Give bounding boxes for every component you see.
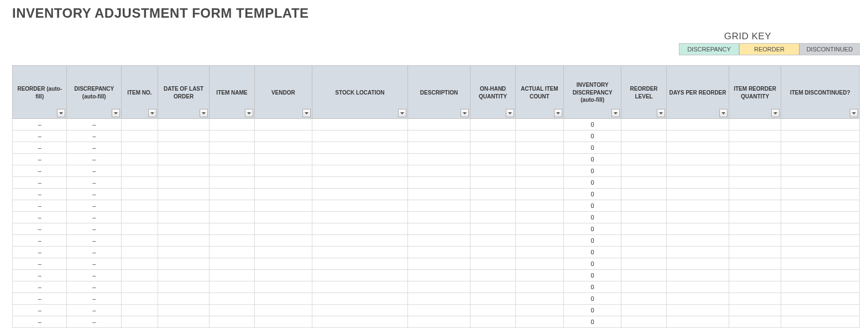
cell-discontinued[interactable] (781, 165, 859, 177)
cell-item_name[interactable] (210, 177, 254, 189)
cell-item_name[interactable] (210, 305, 254, 316)
cell-reorder_level[interactable] (621, 154, 666, 165)
cell-stock_location[interactable] (312, 270, 408, 281)
cell-days_per_reorder[interactable] (666, 189, 729, 200)
cell-days_per_reorder[interactable] (666, 316, 729, 328)
cell-days_per_reorder[interactable] (666, 223, 729, 235)
cell-days_per_reorder[interactable] (666, 200, 729, 212)
cell-vendor[interactable] (254, 270, 312, 281)
cell-vendor[interactable] (254, 142, 312, 154)
cell-description[interactable] (407, 316, 470, 328)
cell-reorder_qty[interactable] (729, 316, 781, 328)
cell-discontinued[interactable] (781, 154, 859, 165)
cell-discontinued[interactable] (781, 212, 859, 223)
cell-discrepancy[interactable]: – (67, 305, 121, 316)
cell-item_name[interactable] (210, 293, 254, 305)
cell-date_last_order[interactable] (158, 212, 209, 223)
cell-on_hand[interactable] (470, 281, 515, 293)
cell-stock_location[interactable] (312, 235, 408, 247)
cell-reorder_level[interactable] (621, 247, 666, 258)
cell-stock_location[interactable] (312, 165, 408, 177)
filter-dropdown-button[interactable] (148, 109, 156, 117)
cell-actual_count[interactable] (515, 177, 563, 189)
cell-discontinued[interactable] (781, 177, 859, 189)
cell-reorder[interactable]: – (13, 258, 67, 270)
filter-dropdown-button[interactable] (302, 109, 311, 117)
cell-discrepancy[interactable]: – (67, 130, 121, 142)
cell-inv_discrepancy[interactable]: 0 (563, 200, 621, 212)
cell-stock_location[interactable] (312, 142, 408, 154)
cell-actual_count[interactable] (515, 258, 563, 270)
cell-item_name[interactable] (210, 270, 254, 281)
cell-discrepancy[interactable]: – (67, 119, 121, 130)
cell-date_last_order[interactable] (158, 316, 209, 328)
filter-dropdown-button[interactable] (850, 109, 858, 117)
cell-inv_discrepancy[interactable]: 0 (563, 189, 621, 200)
cell-date_last_order[interactable] (158, 154, 209, 165)
cell-discontinued[interactable] (781, 235, 859, 247)
cell-stock_location[interactable] (312, 316, 408, 328)
cell-reorder[interactable]: – (13, 177, 67, 189)
cell-discontinued[interactable] (781, 293, 859, 305)
cell-days_per_reorder[interactable] (666, 247, 729, 258)
cell-description[interactable] (407, 189, 470, 200)
cell-inv_discrepancy[interactable]: 0 (563, 165, 621, 177)
cell-item_no[interactable] (121, 130, 158, 142)
cell-on_hand[interactable] (470, 200, 515, 212)
cell-days_per_reorder[interactable] (666, 154, 729, 165)
cell-actual_count[interactable] (515, 142, 563, 154)
cell-vendor[interactable] (254, 316, 312, 328)
cell-reorder_qty[interactable] (729, 130, 781, 142)
cell-reorder_level[interactable] (621, 177, 666, 189)
cell-date_last_order[interactable] (158, 293, 209, 305)
filter-dropdown-button[interactable] (771, 109, 780, 117)
cell-actual_count[interactable] (515, 154, 563, 165)
cell-discrepancy[interactable]: – (67, 154, 121, 165)
cell-reorder[interactable]: – (13, 130, 67, 142)
cell-reorder_level[interactable] (621, 235, 666, 247)
cell-reorder_qty[interactable] (729, 235, 781, 247)
cell-inv_discrepancy[interactable]: 0 (563, 130, 621, 142)
cell-discrepancy[interactable]: – (67, 281, 121, 293)
cell-vendor[interactable] (254, 235, 312, 247)
cell-description[interactable] (407, 177, 470, 189)
cell-item_name[interactable] (210, 235, 254, 247)
cell-actual_count[interactable] (515, 235, 563, 247)
cell-on_hand[interactable] (470, 177, 515, 189)
cell-days_per_reorder[interactable] (666, 130, 729, 142)
cell-item_name[interactable] (210, 247, 254, 258)
cell-reorder_level[interactable] (621, 200, 666, 212)
cell-discontinued[interactable] (781, 200, 859, 212)
cell-discontinued[interactable] (781, 270, 859, 281)
cell-on_hand[interactable] (470, 305, 515, 316)
cell-actual_count[interactable] (515, 293, 563, 305)
cell-item_no[interactable] (121, 165, 158, 177)
cell-vendor[interactable] (254, 281, 312, 293)
cell-item_no[interactable] (121, 200, 158, 212)
filter-dropdown-button[interactable] (506, 109, 514, 117)
cell-discontinued[interactable] (781, 316, 859, 328)
cell-date_last_order[interactable] (158, 165, 209, 177)
cell-on_hand[interactable] (470, 142, 515, 154)
cell-inv_discrepancy[interactable]: 0 (563, 305, 621, 316)
cell-item_name[interactable] (210, 200, 254, 212)
cell-reorder[interactable]: – (13, 270, 67, 281)
cell-stock_location[interactable] (312, 247, 408, 258)
cell-reorder_qty[interactable] (729, 154, 781, 165)
cell-description[interactable] (407, 119, 470, 130)
cell-reorder_level[interactable] (621, 223, 666, 235)
cell-description[interactable] (407, 200, 470, 212)
cell-vendor[interactable] (254, 189, 312, 200)
cell-discontinued[interactable] (781, 305, 859, 316)
cell-reorder[interactable]: – (13, 119, 67, 130)
cell-discrepancy[interactable]: – (67, 177, 121, 189)
cell-reorder[interactable]: – (13, 200, 67, 212)
filter-dropdown-button[interactable] (611, 109, 620, 117)
cell-reorder_qty[interactable] (729, 189, 781, 200)
cell-reorder[interactable]: – (13, 281, 67, 293)
cell-inv_discrepancy[interactable]: 0 (563, 247, 621, 258)
cell-date_last_order[interactable] (158, 119, 209, 130)
cell-vendor[interactable] (254, 130, 312, 142)
filter-dropdown-button[interactable] (398, 109, 406, 117)
cell-item_no[interactable] (121, 212, 158, 223)
